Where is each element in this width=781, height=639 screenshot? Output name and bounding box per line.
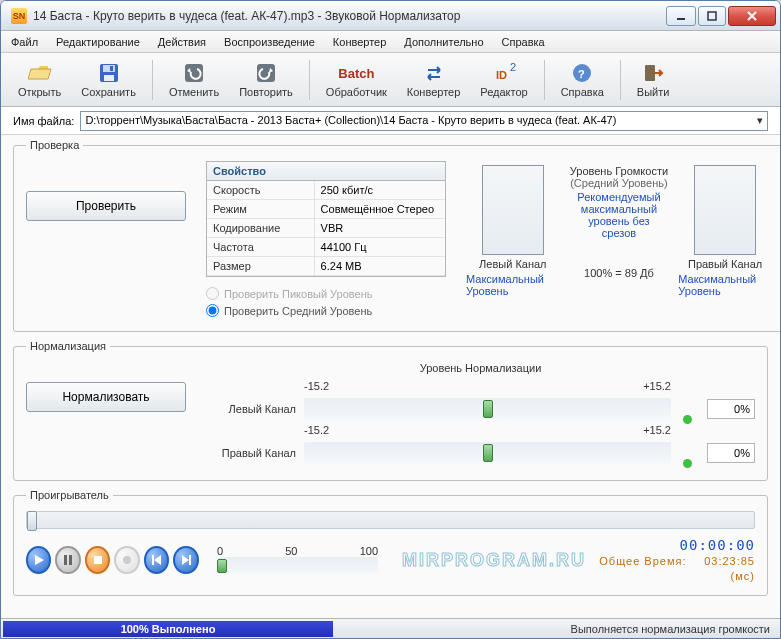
filename-label: Имя файла: xyxy=(13,115,74,127)
help-icon: ? xyxy=(570,61,594,85)
help-button[interactable]: ? Справка xyxy=(552,56,613,104)
filename-combo[interactable]: D:\торрент\Музыка\Баста\Баста - 2013 Бас… xyxy=(80,111,768,131)
minimize-button[interactable] xyxy=(666,6,696,26)
right-channel-slider[interactable] xyxy=(304,442,671,464)
prop-row: Частота44100 Гц xyxy=(207,238,445,257)
exit-icon xyxy=(641,61,665,85)
prop-row: Размер6.24 МВ xyxy=(207,257,445,276)
right-channel-box: Правый Канал Максимальный Уровень xyxy=(678,165,772,297)
prev-button[interactable] xyxy=(144,546,169,574)
svg-point-16 xyxy=(123,556,131,564)
exit-button[interactable]: Выйти xyxy=(628,56,679,104)
menu-help[interactable]: Справка xyxy=(502,36,545,48)
undo-icon xyxy=(182,61,206,85)
radio-peak[interactable]: Проверить Пиковый Уровень xyxy=(206,285,446,302)
save-button[interactable]: Сохранить xyxy=(72,56,145,104)
left-channel-meter xyxy=(482,165,544,255)
content-area: Проверка Проверить Свойство Скорость250 … xyxy=(1,135,780,618)
toolbar-separator xyxy=(152,60,153,100)
status-text: Выполняется нормализация громкости xyxy=(335,623,780,635)
svg-rect-5 xyxy=(110,66,113,71)
menu-converter[interactable]: Конвертер xyxy=(333,36,386,48)
svg-rect-15 xyxy=(94,556,102,564)
left-pct: 0% xyxy=(707,399,755,419)
batch-icon: Batch xyxy=(344,61,368,85)
normalize-group: Нормализация Нормализовать Уровень Норма… xyxy=(13,340,768,481)
open-button[interactable]: Открыть xyxy=(9,56,70,104)
svg-rect-14 xyxy=(69,555,72,565)
right-max-link[interactable]: Максимальный Уровень xyxy=(678,273,772,297)
check-group: Проверка Проверить Свойство Скорость250 … xyxy=(13,139,780,332)
menu-actions[interactable]: Действия xyxy=(158,36,206,48)
undo-button[interactable]: Отменить xyxy=(160,56,228,104)
check-legend: Проверка xyxy=(26,139,83,151)
next-button[interactable] xyxy=(173,546,198,574)
right-pct: 0% xyxy=(707,443,755,463)
record-button[interactable] xyxy=(114,546,139,574)
editor-icon: ID2 xyxy=(492,61,516,85)
menu-edit[interactable]: Редактирование xyxy=(56,36,140,48)
redo-icon xyxy=(254,61,278,85)
play-button[interactable] xyxy=(26,546,51,574)
window-title: 14 Баста - Круто верить в чудеса (feat. … xyxy=(33,9,666,23)
properties-header: Свойство xyxy=(207,162,445,181)
player-group: Проигрыватель 050100 MIRPROGRAM.RU 00:00… xyxy=(13,489,768,596)
svg-rect-4 xyxy=(104,75,114,81)
statusbar: 100% Выполнено Выполняется нормализация … xyxy=(1,618,780,638)
converter-icon xyxy=(422,61,446,85)
folder-open-icon xyxy=(28,61,52,85)
svg-text:2: 2 xyxy=(510,61,516,73)
redo-button[interactable]: Повторить xyxy=(230,56,302,104)
close-button[interactable] xyxy=(728,6,776,26)
right-channel-meter xyxy=(694,165,756,255)
titlebar: SN 14 Баста - Круто верить в чудеса (fea… xyxy=(1,1,780,31)
menu-playback[interactable]: Воспроизведение xyxy=(224,36,315,48)
prop-row: Скорость250 кбит/с xyxy=(207,181,445,200)
toolbar-separator xyxy=(544,60,545,100)
svg-text:?: ? xyxy=(578,68,585,80)
toolbar: Открыть Сохранить Отменить Повторить Bat… xyxy=(1,53,780,107)
menubar: Файл Редактирование Действия Воспроизвед… xyxy=(1,31,780,53)
left-max-link[interactable]: Максимальный Уровень xyxy=(466,273,560,297)
prop-row: РежимСовмещённое Стерео xyxy=(207,200,445,219)
properties-grid: Свойство Скорость250 кбит/с РежимСовмещё… xyxy=(206,161,446,277)
check-button[interactable]: Проверить xyxy=(26,191,186,221)
watermark: MIRPROGRAM.RU xyxy=(402,550,586,571)
radio-average[interactable]: Проверить Средний Уровень xyxy=(206,302,446,319)
menu-file[interactable]: Файл xyxy=(11,36,38,48)
floppy-icon xyxy=(97,61,121,85)
progress-bar: 100% Выполнено xyxy=(3,621,333,637)
pause-button[interactable] xyxy=(55,546,80,574)
app-window: SN 14 Баста - Круто верить в чудеса (fea… xyxy=(0,0,781,639)
editor-button[interactable]: ID2 Редактор xyxy=(471,56,536,104)
stop-button[interactable] xyxy=(85,546,110,574)
svg-rect-13 xyxy=(64,555,67,565)
normalize-button[interactable]: Нормализовать xyxy=(26,382,186,412)
seek-slider[interactable] xyxy=(26,511,755,529)
maximize-button[interactable] xyxy=(698,6,726,26)
check-mode-radios: Проверить Пиковый Уровень Проверить Сред… xyxy=(206,285,446,319)
svg-rect-1 xyxy=(708,12,716,20)
normalize-legend: Нормализация xyxy=(26,340,110,352)
volume-slider[interactable] xyxy=(217,557,378,575)
app-icon: SN xyxy=(11,8,27,24)
toolbar-separator xyxy=(309,60,310,100)
toolbar-separator xyxy=(620,60,621,100)
menu-extra[interactable]: Дополнительно xyxy=(404,36,483,48)
time-display: 00:00:00 Общее Время: 03:23:85 (мс) xyxy=(590,537,755,583)
left-channel-box: Левый Канал Максимальный Уровень xyxy=(466,165,560,297)
recommend-link[interactable]: Рекомендуемый максимальный уровень без с… xyxy=(570,191,669,239)
converter-button[interactable]: Конвертер xyxy=(398,56,469,104)
left-channel-slider[interactable] xyxy=(304,398,671,420)
svg-text:ID: ID xyxy=(496,69,507,81)
player-legend: Проигрыватель xyxy=(26,489,113,501)
prop-row: КодированиеVBR xyxy=(207,219,445,238)
filebar: Имя файла: D:\торрент\Музыка\Баста\Баста… xyxy=(1,107,780,135)
batch-button[interactable]: Batch Обработчик xyxy=(317,56,396,104)
svg-rect-3 xyxy=(103,65,115,72)
